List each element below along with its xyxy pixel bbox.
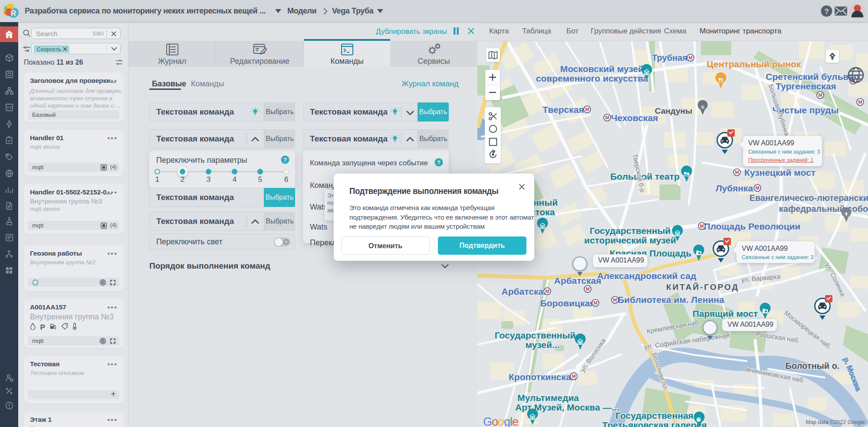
svg-text:Государственная: Государственная	[615, 411, 694, 420]
svg-text:Сандуны: Сандуны	[655, 106, 693, 115]
svg-text:R: R	[11, 9, 16, 17]
svg-text:кафедральный собор...: кафедральный собор...	[779, 204, 868, 214]
svg-text:?: ?	[437, 159, 441, 166]
svg-text:Библиотека им. Ленина: Библиотека им. Ленина	[618, 295, 724, 305]
svg-text:Государственный: Государственный	[590, 226, 671, 236]
svg-text:Кропоткинская: Кропоткинская	[509, 372, 576, 382]
svg-text:Площадь Революции: Площадь Революции	[704, 221, 801, 231]
svg-text:современного искусства: современного искусства	[536, 73, 648, 83]
svg-text:Евангелическо-лютеранский: Евангелическо-лютеранский	[750, 193, 868, 203]
svg-text:Боровицкая: Боровицкая	[540, 298, 595, 308]
svg-text:Болотный о.: Болотный о.	[786, 361, 840, 371]
svg-text:Тверская: Тверская	[542, 105, 584, 115]
svg-text:?: ?	[824, 7, 829, 16]
svg-text:Парящий мост: Парящий мост	[693, 309, 758, 319]
svg-text:КИТАЙ-ГОРОД: КИТАЙ-ГОРОД	[666, 282, 739, 292]
svg-text:Арбатская: Арбатская	[554, 276, 602, 286]
svg-text:Московский музей: Московский музей	[560, 64, 644, 74]
svg-text:музей...: музей...	[526, 340, 560, 350]
svg-text:Сретенский бульвар: Сретенский бульвар	[766, 72, 859, 82]
svg-text:Третьяковская галерея: Третьяковская галерея	[602, 420, 707, 427]
svg-text:Александровский сад: Александровский сад	[597, 271, 697, 281]
svg-text:Трубная: Трубная	[652, 53, 687, 62]
svg-text:нный: нный	[533, 197, 558, 207]
svg-text:Государственный: Государственный	[495, 330, 576, 340]
svg-text:?: ?	[283, 157, 287, 163]
svg-text:Map data ©2022 Google: Map data ©2022 Google	[806, 419, 865, 425]
svg-text:Центральный рынок: Центральный рынок	[707, 59, 801, 69]
svg-text:Большой театр: Большой театр	[610, 171, 679, 181]
svg-text:Чеховская: Чеховская	[611, 113, 658, 123]
svg-text:Кузнецкий мост: Кузнецкий мост	[744, 168, 815, 177]
svg-text:Мультимедиа: Мультимедиа	[517, 393, 579, 403]
svg-text:Арбатская: Арбатская	[502, 286, 549, 296]
svg-text:Тургеневская: Тургеневская	[776, 81, 836, 91]
svg-text:Лубянка: Лубянка	[716, 183, 753, 193]
svg-text:исторический музей: исторический музей	[584, 235, 676, 245]
